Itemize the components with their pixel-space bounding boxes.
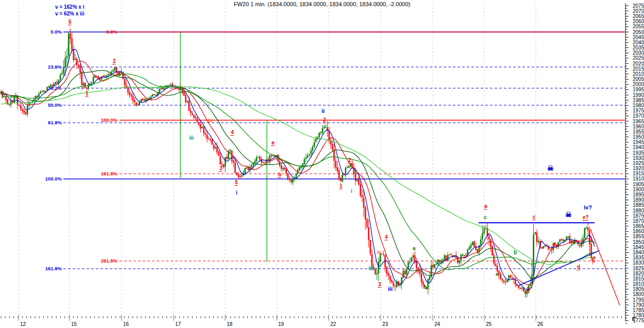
skull-icon: ☠	[565, 210, 572, 219]
time-axis-label: 26	[537, 321, 544, 327]
wave-label: b	[514, 250, 517, 255]
price-axis-label: 1775	[633, 318, 644, 323]
fib-label: 23.6%	[48, 64, 62, 70]
wave-label: 2	[113, 58, 116, 64]
wave-label: ii	[354, 169, 358, 175]
price-axis: 2075207020652060205520502045204020352030…	[625, 3, 644, 324]
wave-label: 3	[219, 166, 223, 171]
fib-projection-note-1: v = 162% x i	[55, 4, 84, 10]
wave-label: c	[533, 214, 536, 220]
down-candle-bodies	[2, 34, 595, 294]
ma-line-110	[1, 87, 595, 264]
wave-label: iv	[208, 118, 213, 123]
wave-label: c	[484, 215, 487, 220]
wave-label: 2	[348, 157, 351, 163]
wave-label: ii	[321, 108, 325, 114]
time-axis-label: 16	[123, 321, 129, 327]
wave-label: 4	[385, 234, 388, 240]
wave-label: 1	[340, 183, 343, 189]
time-axis-label: 18	[227, 321, 233, 327]
wave-label: a	[484, 203, 487, 209]
trendline-support-rising	[518, 251, 599, 286]
fib-label: 50.0%	[48, 102, 62, 108]
price-plot[interactable]: 0.0%23.6%38.2%50.0%61.8%100.0%161.8%0.0%…	[0, 0, 644, 328]
fib-label: 100.0%	[101, 117, 118, 123]
wave-label: a	[272, 140, 275, 145]
chart-title: FW20 1 min. (1834.0000, 1834.0000, 1834.…	[0, 1, 644, 7]
wave-label: 1	[86, 91, 89, 96]
fib-label: 100.0%	[45, 176, 62, 182]
time-axis-label: 15	[71, 321, 77, 327]
wave-label: iii	[388, 286, 393, 292]
wave-label: 3	[378, 282, 381, 287]
time-axis-label: 24	[434, 321, 440, 327]
fib-label: 161.8%	[101, 171, 118, 176]
wave-label: i	[351, 188, 352, 194]
fib-label: 0.0%	[106, 29, 117, 35]
wave-label: i	[236, 190, 238, 195]
fib-label: 0.0%	[50, 29, 62, 35]
fib-projection-note-2: v = 62% x iii	[55, 11, 84, 17]
fib-retracement-red: 0.0%100.0%161.8%261.8%	[101, 29, 625, 264]
up-candle-bodies	[1, 34, 587, 294]
chart-window: FW20 1 min. (1834.0000, 1834.0000, 1834.…	[0, 0, 644, 328]
time-axis-label: 25	[486, 321, 492, 327]
wave-label: 5	[235, 179, 238, 185]
wave-label: b	[527, 286, 530, 292]
wave-label: b	[278, 172, 281, 177]
wave-label: a	[413, 245, 416, 251]
wave-label: 2	[323, 117, 326, 123]
fib-label: 261.8%	[101, 258, 118, 264]
time-axis-label: 19	[278, 321, 284, 327]
wave-label: iv	[377, 250, 382, 255]
wave-label: iv?	[584, 204, 592, 210]
wave-label: iii	[368, 265, 373, 271]
ma-line-26	[1, 71, 595, 279]
wave-label: e?	[583, 215, 589, 220]
skull-icon: ☠	[547, 164, 554, 172]
wave-label: 5	[69, 19, 72, 25]
wave-label: d	[577, 264, 580, 270]
fib-label: 61.8%	[48, 120, 62, 125]
wave-label: b	[423, 284, 427, 290]
time-axis: 1215161718192223242526	[1, 315, 622, 327]
time-axis-label: 23	[382, 321, 388, 327]
wave-label: 4	[231, 129, 234, 135]
time-axis-label: 12	[20, 321, 26, 327]
fib-label: 161.8%	[45, 266, 62, 271]
skull-markers-layer: ☠☠	[547, 164, 572, 219]
trendline-projection-falling	[590, 229, 620, 305]
wave-labels-layer: 512iiiiv345iabii22ii1iiv4iii3iiiabaccbab…	[68, 19, 592, 292]
time-axis-label: 17	[175, 321, 181, 327]
wave-label: iii	[189, 135, 194, 141]
wave-label: a	[496, 271, 499, 277]
time-axis-label: 22	[330, 321, 336, 327]
